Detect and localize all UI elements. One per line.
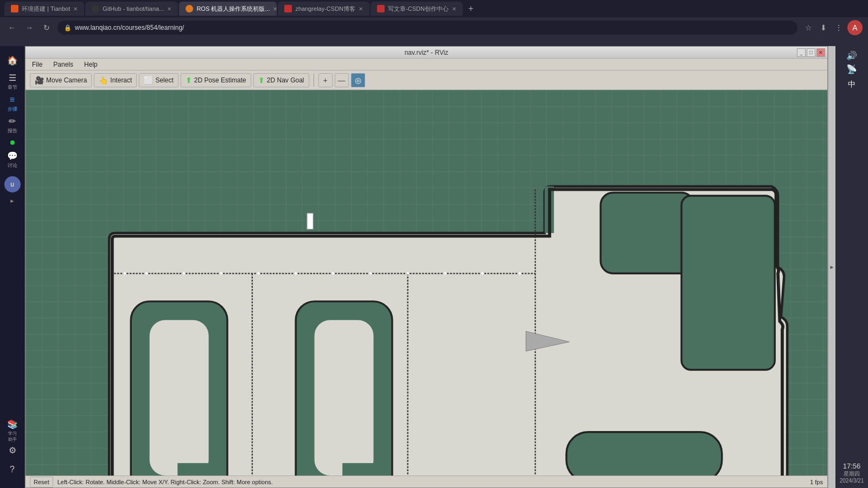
tab-favicon-5 [377,5,385,12]
fps-counter: 1 fps [810,479,823,485]
collapse-arrow[interactable]: ► [10,197,15,204]
edge-icon-1[interactable]: 🔊 [846,50,857,61]
reload-button[interactable]: ↻ [40,21,53,34]
svg-point-21 [257,272,260,275]
toolbar-separator-1 [314,74,314,87]
select-button[interactable]: ⬜ Select [139,73,178,87]
rviz-viewport[interactable] [25,90,827,476]
online-indicator [10,139,15,146]
chapters-icon: ☰ [9,73,16,83]
rviz-statusbar: Reset Left-Click: Rotate. Middle-Click: … [25,476,827,487]
move-camera-icon: 🎥 [35,76,44,85]
sidebar-item-help[interactable]: ? [3,460,22,479]
sidebar-item-settings[interactable]: ⚙ [3,440,22,460]
browser-chrome: 环境搭建 | Tianbot ✕ GitHub - tianbot/tiana.… [0,0,868,46]
svg-point-27 [481,272,484,275]
svg-point-22 [295,272,297,275]
menu-help[interactable]: Help [82,60,100,69]
pose-estimate-label: 2D Pose Estimate [194,76,246,84]
address-bar[interactable]: 🔒 www.lanqiao.cn/courses/854/learning/ [58,21,797,35]
svg-rect-4 [150,320,209,476]
browser-tab-5[interactable]: 写文章-CSDN创作中心 ✕ [371,2,463,16]
new-tab-button[interactable]: + [464,2,478,16]
svg-rect-9 [118,258,538,292]
sidebar-item-chapters[interactable]: ☰ 章节 [3,72,22,92]
sidebar-item-report[interactable]: ✏ 报告 [3,115,22,135]
avatar-container: u [4,176,21,192]
tab-close-5[interactable]: ✕ [452,6,456,12]
tab-label-2: GitHub - tianbot/tiana... [103,5,164,12]
nav-goal-label: 2D Nav Goal [267,76,304,84]
rviz-window: nav.rviz* - RViz _ □ ✕ File Panels Help … [25,46,828,488]
browser-tab-2[interactable]: GitHub - tianbot/tiana... ✕ [85,2,178,16]
edge-time-value: 17:56 [840,462,864,470]
browser-tabs: 环境搭建 | Tianbot ✕ GitHub - tianbot/tiana.… [0,0,868,17]
report-icon: ✏ [9,116,16,126]
svg-point-20 [220,272,222,275]
edge-lang[interactable]: 中 [848,80,856,89]
select-icon: ⬜ [144,76,153,85]
forward-button[interactable]: → [23,21,36,34]
status-hint: Left-Click: Rotate. Middle-Click: Move X… [58,479,273,485]
tab-favicon-1 [11,5,18,12]
browser-tab-3[interactable]: ROS 机器人操作系统初版... ✕ [179,2,277,16]
learning-icon: 📚 [7,419,18,429]
tab-close-4[interactable]: ✕ [359,6,363,12]
add-button[interactable]: + [318,73,333,87]
svg-rect-8 [342,463,373,476]
home-icon: 🏠 [7,55,18,66]
svg-rect-7 [315,320,374,476]
download-icon[interactable]: ⬇ [817,21,830,34]
tab-label-3: ROS 机器人操作系统初版... [196,5,270,13]
close-button[interactable]: ✕ [816,48,825,57]
reset-button[interactable]: Reset [30,477,53,487]
menu-icon[interactable]: ⋮ [832,21,845,34]
pose-estimate-button[interactable]: ⬆ 2D Pose Estimate [181,73,251,87]
discussion-label: 讨论 [8,162,17,169]
svg-rect-15 [307,213,313,229]
discussion-icon: 💬 [7,151,18,161]
right-collapse-panel[interactable]: ► [828,46,835,488]
back-button[interactable]: ← [5,21,18,34]
map-display [25,90,827,476]
select-label: Select [155,76,173,84]
browser-tab-4[interactable]: zhangrelay-CSDN博客 ✕ [278,2,369,16]
minimize-button[interactable]: _ [797,48,806,57]
view-button[interactable]: ◎ [351,73,365,87]
sidebar-item-steps[interactable]: ≡ 步骤 [3,94,22,113]
svg-point-18 [145,272,148,275]
interact-button[interactable]: 👆 Interact [94,73,137,87]
tab-favicon-2 [92,5,99,12]
svg-rect-0 [601,192,694,273]
tab-close-3[interactable]: ✕ [273,6,277,12]
tab-label-1: 环境搭建 | Tianbot [22,5,70,13]
menu-file[interactable]: File [30,60,44,69]
tab-favicon-4 [284,5,292,12]
sidebar-item-learning[interactable]: 📚 学习助手 [3,421,22,440]
report-label: 报告 [8,127,17,134]
help-icon: ? [10,465,15,474]
edge-time: 17:56 星期四 2024/3/21 [840,462,864,484]
svg-rect-5 [177,463,208,476]
profile-icon[interactable]: A [847,20,863,35]
user-avatar[interactable]: u [4,176,21,192]
sidebar-item-home[interactable]: 🏠 [3,50,22,70]
move-camera-button[interactable]: 🎥 Move Camera [30,73,92,87]
edge-icon-2[interactable]: 📡 [846,64,857,74]
rviz-menubar: File Panels Help [25,59,827,70]
sidebar-item-discussion[interactable]: 💬 讨论 [3,150,22,170]
tab-close-2[interactable]: ✕ [167,6,171,12]
move-camera-label: Move Camera [46,76,87,84]
interact-label: Interact [110,76,132,84]
tab-label-5: 写文章-CSDN创作中心 [388,5,449,13]
tab-close-1[interactable]: ✕ [73,6,78,12]
minus-button[interactable]: — [335,73,349,87]
bookmark-icon[interactable]: ☆ [802,21,815,34]
browser-tab-1[interactable]: 环境搭建 | Tianbot ✕ [4,2,84,16]
nav-goal-button[interactable]: ⬆ 2D Nav Goal [253,73,309,87]
tab-label-4: zhangrelay-CSDN博客 [295,5,355,13]
edge-weekday: 星期四 [840,470,864,478]
maximize-button[interactable]: □ [807,48,815,57]
menu-panels[interactable]: Panels [51,60,75,69]
edge-date: 2024/3/21 [840,478,864,484]
